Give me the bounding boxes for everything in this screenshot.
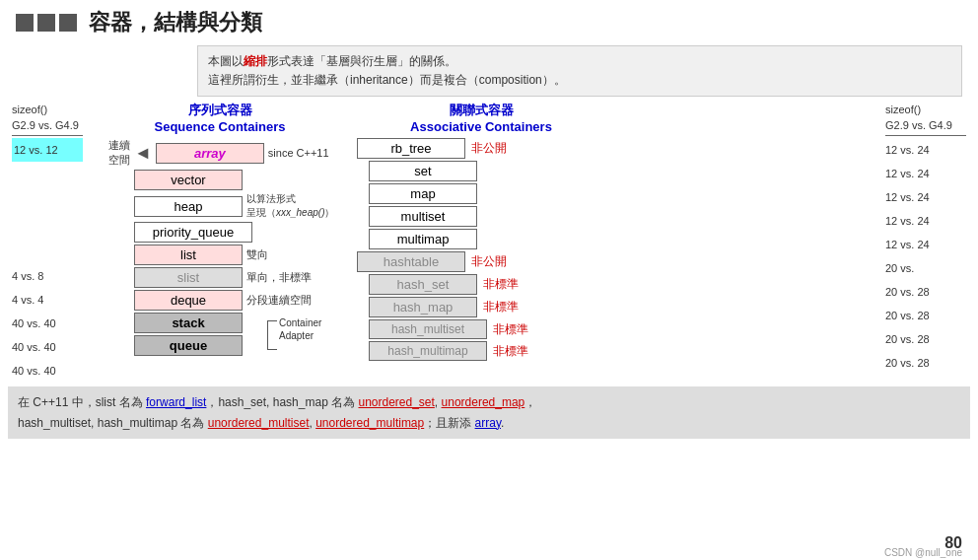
box-slist: slist <box>134 267 243 288</box>
box-hashmultimap: hash_multimap <box>369 341 487 361</box>
seq-row-heap: heap 以算法形式呈現（xxx_heap()） <box>134 192 349 220</box>
seq-row-queue: queue <box>134 335 349 356</box>
unordered-set-ref: unordered_set <box>358 395 434 409</box>
hashtable-note: 非公開 <box>471 253 507 270</box>
left-gap-4 <box>12 239 83 264</box>
left-size-row-queue: 40 vs. 40 <box>12 359 83 383</box>
lian-xu-label: 連續空間 <box>91 138 130 168</box>
assoc-row-map: map <box>357 183 605 204</box>
annotation-heap: 以算法形式呈現（xxx_heap()） <box>246 192 334 220</box>
seq-row-vector: vector <box>134 170 349 190</box>
assoc-row-multiset: multiset <box>357 206 605 227</box>
right-size-header: sizeof() G2.9 vs. G4.9 <box>885 103 966 133</box>
assoc-row-hashtable: hashtable 非公開 <box>357 251 605 272</box>
left-divider <box>12 135 83 136</box>
box-hashmap: hash_map <box>369 297 477 317</box>
unordered-multimap-ref: unordered_multimap <box>315 416 424 430</box>
annotation-slist: 單向，非標準 <box>246 270 312 285</box>
right-size-hashmultimap: 20 vs. 28 <box>885 351 966 375</box>
box-rbtree: rb_tree <box>357 138 465 159</box>
box-deque: deque <box>134 290 243 311</box>
assoc-title: 關聯式容器 Associative Containers <box>357 103 605 136</box>
right-sizes-column: sizeof() G2.9 vs. G4.9 12 vs. 24 12 vs. … <box>881 103 970 383</box>
seq-row-slist: slist 單向，非標準 <box>134 267 349 288</box>
sequence-containers: 序列式容器 Sequence Containers 連續空間 ◄ array s… <box>87 103 353 383</box>
footer-note: 在 C++11 中，slist 名為 forward_list，hash_set… <box>8 386 970 439</box>
left-gap-1 <box>12 162 83 187</box>
annotation-array: since C++11 <box>268 147 329 159</box>
page-title: 容器，結構與分類 <box>89 8 262 37</box>
right-size-multiset: 12 vs. 24 <box>885 209 966 233</box>
right-size-set: 12 vs. 24 <box>885 162 966 185</box>
header-icon-1 <box>16 14 34 32</box>
rbtree-note: 非公開 <box>471 140 507 157</box>
notice-line2: 這裡所謂衍生，並非繼承（inheritance）而是複合（composition… <box>208 71 951 90</box>
unordered-map-ref: unordered_map <box>442 395 525 409</box>
box-hashtable: hashtable <box>357 251 465 272</box>
right-size-map: 12 vs. 24 <box>885 185 966 209</box>
right-divider <box>885 135 966 136</box>
hashmultimap-note: 非標準 <box>493 343 528 360</box>
seq-row-stack: stack ContainerAdapter <box>134 313 349 333</box>
right-size-rbtree: 12 vs. 24 <box>885 138 966 162</box>
right-size-hashset: 20 vs. 28 <box>885 280 966 304</box>
page-header: 容器，結構與分類 <box>0 0 978 45</box>
left-size-row-slist: 4 vs. 4 <box>12 288 83 312</box>
header-icon-2 <box>37 14 55 32</box>
box-multimap: multimap <box>369 229 477 249</box>
right-size-multimap: 12 vs. 24 <box>885 233 966 256</box>
notice-box: 本圖以縮排形式表達「基層與衍生層」的關係。 這裡所謂衍生，並非繼承（inheri… <box>197 45 962 97</box>
center-section: 序列式容器 Sequence Containers 連續空間 ◄ array s… <box>87 103 881 383</box>
right-size-hashtable: 20 vs. <box>885 256 966 280</box>
assoc-row-set: set <box>357 161 605 181</box>
left-size-row-list: 4 vs. 8 <box>12 264 83 288</box>
annotation-deque: 分段連續空間 <box>246 293 312 308</box>
seq-row-deque: deque 分段連續空間 <box>134 290 349 311</box>
forward-list-ref: forward_list <box>146 395 206 409</box>
notice-highlight: 縮排 <box>244 54 267 68</box>
box-hashmultiset: hash_multiset <box>369 319 487 339</box>
box-queue: queue <box>134 335 243 356</box>
left-sizes-column: sizeof() G2.9 vs. G4.9 12 vs. 12 4 vs. 8… <box>8 103 87 383</box>
footer-line1: 在 C++11 中，slist 名為 forward_list，hash_set… <box>18 392 960 412</box>
box-priority-queue: priority_queue <box>134 222 252 243</box>
sequence-title: 序列式容器 Sequence Containers <box>91 103 349 136</box>
csdn-credit: CSDN @null_one <box>884 547 962 558</box>
box-multiset: multiset <box>369 206 477 227</box>
right-size-hashmap: 20 vs. 28 <box>885 304 966 327</box>
box-set: set <box>369 161 477 181</box>
left-gap-3 <box>12 213 83 239</box>
hashset-note: 非標準 <box>483 276 519 293</box>
assoc-row-hashmultiset: hash_multiset 非標準 <box>357 319 605 339</box>
header-icon-3 <box>59 14 77 32</box>
array-ref: array <box>475 416 501 430</box>
left-size-row-stack: 40 vs. 40 <box>12 335 83 359</box>
seq-row-array: 連續空間 ◄ array since C++11 <box>91 138 349 168</box>
notice-line1: 本圖以縮排形式表達「基層與衍生層」的關係。 <box>208 52 951 71</box>
assoc-row-rbtree: rb_tree 非公開 <box>357 138 605 159</box>
associative-containers: 關聯式容器 Associative Containers rb_tree 非公開… <box>353 103 609 383</box>
box-hashset: hash_set <box>369 274 477 295</box>
box-list: list <box>134 245 243 265</box>
hashmap-note: 非標準 <box>483 299 519 315</box>
left-gap-2 <box>12 187 83 213</box>
assoc-row-multimap: multimap <box>357 229 605 249</box>
footer-line2: hash_multiset, hash_multimap 名為 unordere… <box>18 413 960 433</box>
box-stack: stack <box>134 313 243 333</box>
hashmultiset-note: 非標準 <box>493 321 528 338</box>
assoc-row-hashmultimap: hash_multimap 非標準 <box>357 341 605 361</box>
assoc-row-hashset: hash_set 非標準 <box>357 274 605 295</box>
left-size-header: sizeof() G2.9 vs. G4.9 <box>12 103 83 133</box>
seq-row-priority-queue: priority_queue <box>134 222 349 243</box>
arrow-icon: ◄ <box>134 143 152 164</box>
left-size-row-deque: 40 vs. 40 <box>12 312 83 335</box>
left-size-row-1: 12 vs. 12 <box>12 138 83 162</box>
box-heap: heap <box>134 196 243 217</box>
seq-row-list: list 雙向 <box>134 245 349 265</box>
box-array: array <box>156 143 264 164</box>
box-vector: vector <box>134 170 243 190</box>
header-icon-group <box>16 14 77 32</box>
unordered-multiset-ref: unordered_multiset <box>208 416 310 430</box>
box-map: map <box>369 183 477 204</box>
main-content: sizeof() G2.9 vs. G4.9 12 vs. 12 4 vs. 8… <box>0 103 978 383</box>
